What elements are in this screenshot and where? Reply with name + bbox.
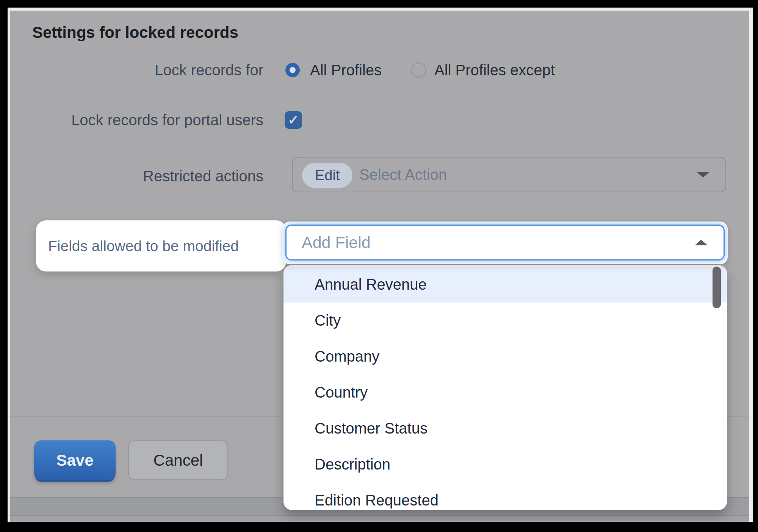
page-title: Settings for locked records — [32, 23, 238, 42]
dropdown-scrollbar-thumb[interactable] — [713, 267, 721, 308]
dropdown-option[interactable]: Customer Status — [283, 410, 727, 446]
field-options-dropdown: Annual Revenue City Company Country Cust… — [283, 265, 727, 510]
radio-unselected-icon[interactable] — [411, 62, 427, 78]
dropdown-option[interactable]: Company — [283, 339, 727, 374]
portal-users-checkbox[interactable] — [285, 111, 302, 129]
restricted-actions-placeholder: Select Action — [359, 158, 447, 192]
chevron-down-icon[interactable] — [697, 172, 709, 178]
add-field-input[interactable]: Add Field — [285, 225, 725, 261]
radio-selected-icon[interactable] — [285, 63, 300, 77]
cancel-button[interactable]: Cancel — [128, 440, 228, 480]
add-field-placeholder: Add Field — [302, 226, 371, 259]
save-button[interactable]: Save — [34, 440, 116, 480]
screenshot-frame: Settings for locked records Lock records… — [0, 0, 758, 532]
fields-allowed-row-spotlight: Fields allowed to be modified — [36, 220, 286, 271]
restricted-actions-select[interactable]: Edit Select Action — [292, 157, 726, 192]
dropdown-option[interactable]: Country — [283, 374, 727, 410]
portal-users-label: Lock records for portal users — [34, 111, 263, 129]
add-field-combobox[interactable]: Add Field — [282, 222, 728, 264]
radio-all-profiles-label: All Profiles — [310, 62, 382, 79]
restricted-actions-label: Restricted actions — [34, 167, 263, 185]
chevron-up-icon[interactable] — [695, 240, 708, 245]
dropdown-option[interactable]: Annual Revenue — [283, 267, 727, 303]
bottom-bar-lower — [10, 515, 749, 522]
dropdown-option[interactable]: City — [283, 303, 727, 339]
dropdown-option[interactable]: Description — [283, 446, 727, 482]
radio-all-profiles-except[interactable]: All Profiles except — [411, 61, 555, 80]
checkmark-icon — [288, 113, 299, 127]
radio-all-profiles[interactable]: All Profiles — [285, 61, 382, 80]
lock-records-for-label: Lock records for — [34, 61, 263, 79]
edit-chip[interactable]: Edit — [302, 163, 352, 188]
radio-all-profiles-except-label: All Profiles except — [434, 62, 555, 79]
dropdown-option[interactable]: Edition Requested — [283, 482, 727, 510]
fields-allowed-label: Fields allowed to be modified — [48, 220, 239, 271]
